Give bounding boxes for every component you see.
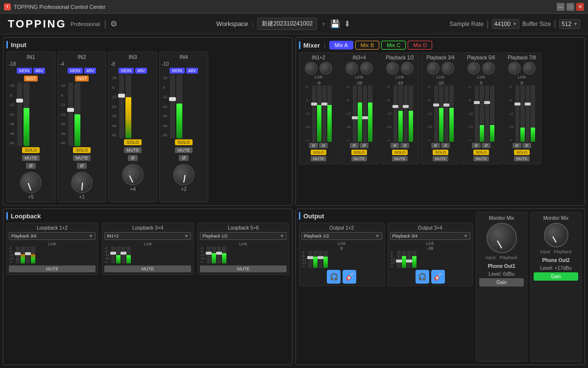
mix-tab-mix-d[interactable]: Mix D [408,41,432,50]
fader-handle[interactable] [169,97,176,101]
phase-button[interactable]: Ø [360,143,368,148]
gain-knob[interactable] [173,164,195,185]
mute-button[interactable]: MUTE [124,147,142,153]
mixer-knob[interactable] [508,62,521,75]
loopback-fader-handle[interactable] [121,252,126,255]
mute-button[interactable]: MUTE [392,156,408,161]
mixer-fader-handle[interactable] [514,103,520,105]
loopback-fader-handle[interactable] [206,252,212,255]
output-fader-handle[interactable] [318,256,323,259]
mute-button[interactable]: MUTE [433,156,449,161]
mixer-fader-handle[interactable] [321,103,327,105]
minimize-button[interactable]: — [557,3,564,11]
output-icon-button[interactable]: 🎸 [431,270,445,284]
solo-button[interactable]: SOLO [22,147,39,153]
mix-tab-mix-b[interactable]: Mix B [355,41,380,50]
mute-button[interactable]: MUTE [473,156,490,161]
solo-button[interactable]: SOLO [124,139,141,145]
mute-button[interactable]: MUTE [311,156,327,161]
solo-button[interactable]: SOLO [351,150,367,155]
mixer-fader-handle[interactable] [433,104,439,106]
phase-button[interactable]: Ø [350,143,359,148]
phase-button[interactable]: Ø [431,143,440,148]
mute-button[interactable]: MUTE [104,265,191,272]
output-icon-button[interactable]: 🎧 [327,270,341,284]
48v-button[interactable]: 48V [135,68,147,74]
loopback-fader-handle[interactable] [216,252,222,255]
mute-button[interactable]: MUTE [9,265,96,272]
mute-button[interactable]: MUTE [200,265,287,272]
mute-button[interactable]: MUTE [73,155,91,161]
mixer-knob[interactable] [523,62,536,75]
mixer-fader-handle[interactable] [484,101,490,104]
solo-button[interactable]: SOLO [514,150,530,155]
mute-button[interactable]: MUTE [514,156,530,161]
mix-tab-mix-c[interactable]: Mix C [381,41,406,50]
close-button[interactable]: ✕ [576,3,584,11]
mixer-knob[interactable] [386,62,399,75]
mix-tab-mix-a[interactable]: Mix A [329,41,353,50]
48v-button[interactable]: 48V [84,68,96,74]
mute-button[interactable]: MUTE [351,156,368,161]
mixer-fader-handle[interactable] [392,105,398,108]
phase-button[interactable]: Ø [482,143,490,148]
mixer-fader-handle[interactable] [352,116,358,119]
phase-button[interactable]: Ø [26,163,35,169]
mixer-knob[interactable] [427,62,440,75]
phase-button[interactable]: Ø [391,143,399,148]
output-icon-button[interactable]: 🎧 [416,270,429,284]
mixer-fader-handle[interactable] [443,104,449,106]
output-icon-button[interactable]: 🎸 [343,270,356,284]
mixer-knob[interactable] [401,62,414,75]
mixer-fader-handle[interactable] [403,105,409,108]
output-fader-handle[interactable] [406,260,412,263]
mixer-fader-handle[interactable] [311,103,317,105]
loopback-fader-handle[interactable] [25,252,31,255]
solo-button[interactable]: SOLO [392,150,408,155]
output-source-select[interactable]: Playback 3/4▼ [390,232,471,240]
mixer-knob[interactable] [441,62,454,75]
output-source-select[interactable]: Playback 1/2▼ [301,232,382,240]
phase-button[interactable]: Ø [179,155,188,161]
mixer-knob[interactable] [345,62,358,75]
mute-button[interactable]: MUTE [175,147,193,153]
sample-rate-select[interactable]: 44100 ▼ [492,19,519,29]
workspace-name[interactable]: 新建202310241002 [257,18,317,30]
phase-button[interactable]: Ø [128,155,137,161]
gear-icon[interactable]: ⚙ [110,19,117,28]
phase-button[interactable]: Ø [441,143,450,148]
inst-button[interactable]: INST [24,76,38,81]
buffer-size-select[interactable]: 512 ▼ [559,19,580,29]
gain-button[interactable]: Gain [534,272,578,281]
mixer-knob[interactable] [305,62,318,75]
fader-handle[interactable] [118,94,125,98]
phase-button[interactable]: Ø [309,143,318,148]
mute-button[interactable]: MUTE [22,155,40,161]
48v-button[interactable]: 48V [33,68,45,74]
phase-button[interactable]: Ø [319,143,328,148]
source-select[interactable]: IN1+2▼ [104,232,191,240]
mixer-knob[interactable] [467,62,480,75]
solo-button[interactable]: SOLO [433,150,448,155]
mixer-knob[interactable] [319,62,332,75]
source-select[interactable]: Playback 3/4▼ [9,232,96,240]
source-select[interactable]: Playback 1/2▼ [200,232,287,240]
output-fader-handle[interactable] [396,260,402,263]
inst-button[interactable]: INST [75,76,89,81]
gain-knob[interactable] [122,164,144,185]
solo-button[interactable]: SOLO [73,147,90,153]
save-button[interactable]: 💾 [330,19,340,28]
playback-monitor-knob[interactable] [544,223,568,247]
phase-button[interactable]: Ø [522,143,531,148]
mon-button[interactable]: MON [119,68,134,74]
48v-button[interactable]: 48V [186,68,198,74]
mixer-knob[interactable] [482,62,495,75]
gain-button[interactable]: Gain [479,278,524,287]
mon-button[interactable]: MON [68,68,83,74]
loopback-fader-handle[interactable] [110,252,116,255]
solo-button[interactable]: SOLO [311,150,326,155]
phase-button[interactable]: Ø [77,163,86,169]
fader-handle[interactable] [67,108,74,112]
gain-knob[interactable] [20,172,42,193]
loopback-fader-handle[interactable] [15,252,21,255]
